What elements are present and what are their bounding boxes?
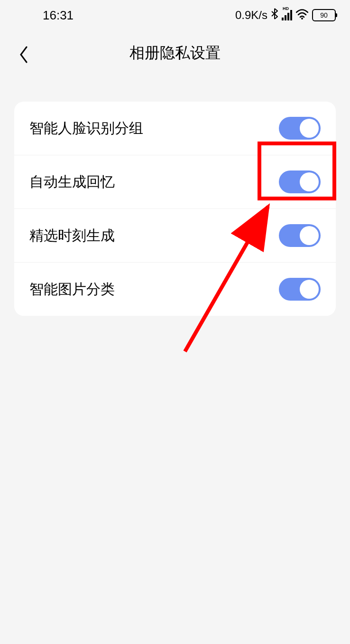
bluetooth-icon bbox=[271, 8, 278, 23]
signal-icon: HD bbox=[282, 10, 292, 20]
battery-level: 90 bbox=[320, 11, 328, 19]
toggle-smart-classification[interactable] bbox=[279, 278, 321, 301]
page-title: 相册隐私设置 bbox=[19, 43, 331, 64]
setting-row-smart-classification[interactable]: 智能图片分类 bbox=[14, 263, 336, 316]
network-speed: 0.9K/s bbox=[235, 9, 267, 22]
wifi-icon bbox=[296, 8, 308, 23]
settings-card: 智能人脸识别分组 自动生成回忆 精选时刻生成 智能图片分类 bbox=[14, 102, 336, 316]
setting-label: 智能人脸识别分组 bbox=[29, 119, 143, 138]
setting-label: 智能图片分类 bbox=[29, 280, 115, 299]
setting-label: 精选时刻生成 bbox=[29, 226, 115, 246]
status-time: 16:31 bbox=[14, 8, 74, 23]
back-button[interactable] bbox=[19, 46, 33, 60]
status-bar: 16:31 0.9K/s HD 90 bbox=[0, 0, 350, 28]
toggle-auto-memories[interactable] bbox=[279, 170, 321, 193]
toggle-face-recognition[interactable] bbox=[279, 117, 321, 140]
status-indicators: 0.9K/s HD 90 bbox=[235, 8, 336, 23]
setting-row-face-recognition[interactable]: 智能人脸识别分组 bbox=[14, 102, 336, 155]
setting-label: 自动生成回忆 bbox=[29, 172, 115, 192]
svg-point-0 bbox=[301, 18, 303, 19]
setting-row-featured-moments[interactable]: 精选时刻生成 bbox=[14, 209, 336, 263]
setting-row-auto-memories[interactable]: 自动生成回忆 bbox=[14, 155, 336, 209]
toggle-featured-moments[interactable] bbox=[279, 224, 321, 247]
header: 相册隐私设置 bbox=[0, 28, 350, 83]
battery-icon: 90 bbox=[312, 9, 336, 21]
